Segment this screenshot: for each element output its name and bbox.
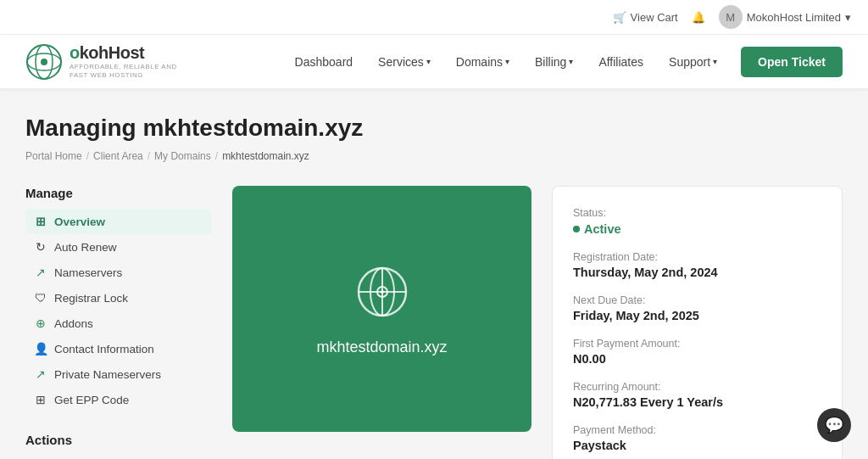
chat-bubble[interactable]: 💬 [817, 408, 851, 442]
top-bar: 🛒 View Cart 🔔 M MokohHost Limited ▾ [0, 0, 868, 35]
list-item: ↻ Renew Domain [25, 456, 212, 459]
breadcrumb-sep-3: / [215, 150, 218, 162]
logo-main: kohHost [80, 43, 145, 62]
nav-support[interactable]: Support ▾ [659, 48, 727, 76]
next-due-date-row: Next Due Date: Friday, May 2nd, 2025 [573, 294, 821, 322]
payment-method-row: Payment Method: Paystack [573, 424, 821, 452]
status-dot [573, 226, 580, 232]
list-item: ⊕ Addons [25, 311, 212, 336]
list-item: ↗ Nameservers [25, 260, 212, 285]
cart-label: View Cart [631, 11, 678, 24]
page-content: Managing mkhtestdomain.xyz Portal Home /… [0, 89, 868, 459]
first-payment-value: N0.00 [573, 352, 821, 366]
logo-svg [25, 43, 63, 81]
info-panel: Status: Active Registration Date: Thursd… [552, 186, 843, 459]
svg-point-3 [41, 59, 47, 65]
list-item: ↗ Private Nameservers [25, 361, 212, 387]
sidebar-item-addons[interactable]: ⊕ Addons [25, 311, 212, 336]
breadcrumb-current: mkhtestdomain.xyz [222, 150, 309, 162]
nav-dashboard[interactable]: Dashboard [285, 48, 364, 76]
sidebar-item-nameservers[interactable]: ↗ Nameservers [25, 260, 212, 285]
domain-card-name: mkhtestdomain.xyz [316, 339, 447, 356]
sidebar-item-contact-information[interactable]: 👤 Contact Information [25, 336, 212, 361]
page-title: Managing mkhtestdomain.xyz [25, 115, 843, 142]
epp-icon: ⊞ [34, 393, 47, 406]
view-cart[interactable]: 🛒 View Cart [613, 11, 678, 24]
nav-affiliates[interactable]: Affiliates [588, 48, 654, 76]
main-layout: Manage ⊞ Overview ↻ Auto Renew ↗ [25, 186, 843, 459]
registration-date-row: Registration Date: Thursday, May 2nd, 20… [573, 251, 821, 279]
status-row: Status: Active [573, 207, 821, 236]
manage-menu: ⊞ Overview ↻ Auto Renew ↗ Nameservers [25, 209, 212, 412]
list-item: ⊞ Overview [25, 209, 212, 234]
status-value: Active [584, 222, 621, 236]
overview-icon: ⊞ [34, 215, 47, 228]
sidebar-item-auto-renew[interactable]: ↻ Auto Renew [25, 234, 212, 260]
payment-method-value: Paystack [573, 439, 821, 452]
list-item: 👤 Contact Information [25, 336, 212, 361]
bell-icon: 🔔 [692, 11, 705, 24]
status-label: Status: [573, 207, 821, 219]
breadcrumb-client-area[interactable]: Client Area [93, 150, 143, 162]
registration-date-value: Thursday, May 2nd, 2024 [573, 266, 821, 279]
user-menu[interactable]: M MokohHost Limited ▾ [719, 5, 851, 29]
support-chevron-icon: ▾ [713, 57, 717, 66]
avatar: M [719, 5, 743, 29]
addons-icon: ⊕ [34, 316, 47, 330]
sidebar-item-overview[interactable]: ⊞ Overview [25, 209, 212, 234]
recurring-label: Recurring Amount: [573, 381, 821, 393]
recurring-value: N20,771.83 Every 1 Year/s [573, 395, 821, 409]
sidebar: Manage ⊞ Overview ↻ Auto Renew ↗ [25, 186, 212, 459]
recurring-amount-row: Recurring Amount: N20,771.83 Every 1 Yea… [573, 381, 821, 409]
list-item: 🛡 Registrar Lock [25, 285, 212, 311]
actions-menu: ↻ Renew Domain 🏷 Register a New Domain [25, 456, 212, 459]
chat-icon: 💬 [825, 416, 843, 434]
sidebar-item-renew-domain[interactable]: ↻ Renew Domain [25, 456, 212, 459]
actions-title: Actions [25, 433, 212, 447]
open-ticket-button[interactable]: Open Ticket [741, 47, 843, 77]
first-payment-row: First Payment Amount: N0.00 [573, 338, 821, 366]
next-due-date-label: Next Due Date: [573, 294, 821, 306]
logo-tagline: AFFORDABLE, RELIABLE AND FAST WEB HOSTIN… [70, 63, 188, 79]
logo-o: o [70, 43, 80, 62]
services-chevron-icon: ▾ [426, 57, 431, 66]
nav-domains[interactable]: Domains ▾ [446, 48, 520, 76]
sidebar-item-private-nameservers[interactable]: ↗ Private Nameservers [25, 361, 212, 387]
manage-title: Manage [25, 186, 212, 200]
auto-renew-icon: ↻ [34, 240, 47, 254]
nav-services[interactable]: Services ▾ [368, 48, 441, 76]
svg-point-9 [381, 290, 384, 294]
private-nameservers-icon: ↗ [34, 367, 47, 381]
cart-icon: 🛒 [613, 11, 626, 24]
first-payment-label: First Payment Amount: [573, 338, 821, 350]
breadcrumb-my-domains[interactable]: My Domains [154, 150, 211, 162]
navbar: okohHost AFFORDABLE, RELIABLE AND FAST W… [0, 35, 868, 89]
domains-chevron-icon: ▾ [505, 57, 509, 66]
sidebar-item-get-epp-code[interactable]: ⊞ Get EPP Code [25, 387, 212, 412]
notifications[interactable]: 🔔 [692, 11, 705, 24]
user-chevron: ▾ [845, 11, 851, 24]
list-item: ⊞ Get EPP Code [25, 387, 212, 412]
domain-card: mkhtestdomain.xyz [232, 186, 531, 432]
user-label: MokohHost Limited [747, 11, 841, 24]
breadcrumb-sep-1: / [86, 150, 89, 162]
status-badge: Active [573, 222, 621, 236]
domain-card-globe-icon [353, 262, 412, 322]
list-item: ↻ Auto Renew [25, 234, 212, 260]
breadcrumb-portal-home[interactable]: Portal Home [25, 150, 82, 162]
logo-text-block: okohHost AFFORDABLE, RELIABLE AND FAST W… [70, 43, 188, 79]
contact-icon: 👤 [34, 342, 47, 355]
nav-links: Dashboard Services ▾ Domains ▾ Billing ▾… [285, 47, 843, 77]
nav-billing[interactable]: Billing ▾ [525, 48, 583, 76]
billing-chevron-icon: ▾ [569, 57, 573, 66]
registration-date-label: Registration Date: [573, 251, 821, 263]
sidebar-item-registrar-lock[interactable]: 🛡 Registrar Lock [25, 285, 212, 311]
registrar-lock-icon: 🛡 [34, 291, 47, 305]
payment-method-label: Payment Method: [573, 424, 821, 436]
breadcrumb: Portal Home / Client Area / My Domains /… [25, 150, 843, 162]
nameservers-icon: ↗ [34, 266, 47, 279]
next-due-date-value: Friday, May 2nd, 2025 [573, 309, 821, 322]
logo[interactable]: okohHost AFFORDABLE, RELIABLE AND FAST W… [25, 43, 188, 81]
breadcrumb-sep-2: / [147, 150, 150, 162]
